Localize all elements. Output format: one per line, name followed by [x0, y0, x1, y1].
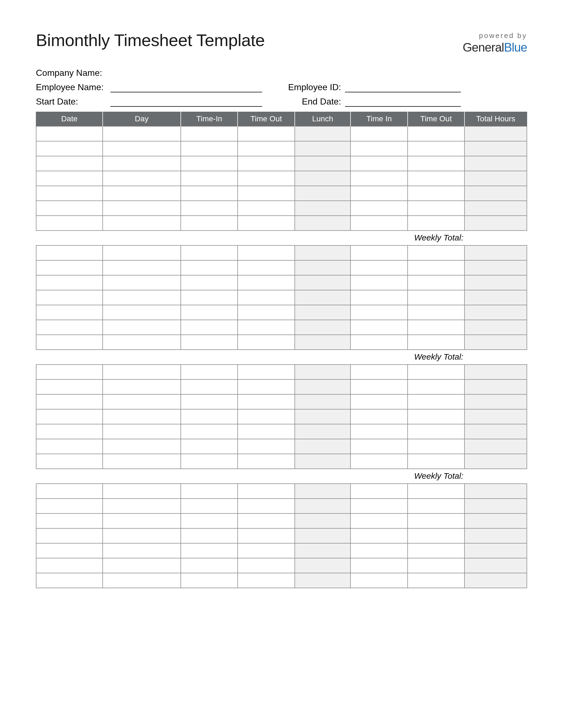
table-cell[interactable] — [351, 558, 407, 573]
table-cell[interactable] — [36, 499, 103, 513]
table-cell[interactable] — [36, 424, 103, 439]
table-cell[interactable] — [103, 379, 181, 394]
table-cell[interactable] — [465, 186, 527, 201]
table-cell[interactable] — [465, 484, 527, 499]
table-cell[interactable] — [351, 126, 407, 141]
table-cell[interactable] — [408, 320, 465, 335]
table-cell[interactable] — [237, 379, 295, 394]
table-cell[interactable] — [103, 335, 181, 350]
table-cell[interactable] — [36, 558, 103, 573]
table-cell[interactable] — [351, 216, 407, 231]
table-cell[interactable] — [103, 260, 181, 275]
table-cell[interactable] — [181, 305, 237, 320]
table-cell[interactable] — [237, 126, 295, 141]
table-cell[interactable] — [295, 424, 351, 439]
employee-name-field[interactable] — [110, 80, 262, 92]
table-cell[interactable] — [237, 528, 295, 543]
table-cell[interactable] — [181, 171, 237, 186]
table-cell[interactable] — [36, 201, 103, 216]
table-cell[interactable] — [237, 201, 295, 216]
table-cell[interactable] — [351, 379, 407, 394]
table-cell[interactable] — [465, 528, 527, 543]
table-cell[interactable] — [36, 275, 103, 290]
table-cell[interactable] — [237, 305, 295, 320]
table-cell[interactable] — [36, 379, 103, 394]
table-cell[interactable] — [237, 558, 295, 573]
table-cell[interactable] — [237, 260, 295, 275]
table-cell[interactable] — [465, 365, 527, 379]
table-cell[interactable] — [465, 573, 527, 588]
table-cell[interactable] — [181, 573, 237, 588]
table-cell[interactable] — [351, 573, 407, 588]
table-cell[interactable] — [181, 528, 237, 543]
table-cell[interactable] — [295, 275, 351, 290]
table-cell[interactable] — [408, 573, 465, 588]
table-cell[interactable] — [465, 424, 527, 439]
table-cell[interactable] — [36, 141, 103, 156]
table-cell[interactable] — [103, 275, 181, 290]
table-cell[interactable] — [237, 365, 295, 379]
table-cell[interactable] — [103, 558, 181, 573]
table-cell[interactable] — [465, 379, 527, 394]
table-cell[interactable] — [408, 513, 465, 528]
table-cell[interactable] — [103, 141, 181, 156]
table-cell[interactable] — [351, 365, 407, 379]
table-cell[interactable] — [36, 216, 103, 231]
table-cell[interactable] — [408, 394, 465, 409]
table-cell[interactable] — [408, 454, 465, 469]
table-cell[interactable] — [465, 513, 527, 528]
table-cell[interactable] — [408, 335, 465, 350]
table-cell[interactable] — [237, 484, 295, 499]
table-cell[interactable] — [295, 335, 351, 350]
table-cell[interactable] — [181, 558, 237, 573]
table-cell[interactable] — [295, 156, 351, 171]
table-cell[interactable] — [295, 454, 351, 469]
table-cell[interactable] — [237, 335, 295, 350]
table-cell[interactable] — [408, 558, 465, 573]
table-cell[interactable] — [36, 513, 103, 528]
table-cell[interactable] — [237, 513, 295, 528]
table-cell[interactable] — [237, 186, 295, 201]
table-cell[interactable] — [465, 290, 527, 305]
table-cell[interactable] — [237, 543, 295, 558]
table-cell[interactable] — [36, 454, 103, 469]
table-cell[interactable] — [237, 439, 295, 454]
table-cell[interactable] — [465, 335, 527, 350]
table-cell[interactable] — [103, 171, 181, 186]
table-cell[interactable] — [465, 454, 527, 469]
table-cell[interactable] — [351, 186, 407, 201]
table-cell[interactable] — [181, 454, 237, 469]
table-cell[interactable] — [351, 499, 407, 513]
table-cell[interactable] — [295, 439, 351, 454]
table-cell[interactable] — [103, 499, 181, 513]
table-cell[interactable] — [103, 216, 181, 231]
table-cell[interactable] — [351, 454, 407, 469]
table-cell[interactable] — [295, 528, 351, 543]
table-cell[interactable] — [408, 484, 465, 499]
table-cell[interactable] — [408, 409, 465, 424]
table-cell[interactable] — [103, 454, 181, 469]
table-cell[interactable] — [103, 424, 181, 439]
table-cell[interactable] — [351, 543, 407, 558]
table-cell[interactable] — [465, 171, 527, 186]
table-cell[interactable] — [181, 439, 237, 454]
table-cell[interactable] — [181, 543, 237, 558]
table-cell[interactable] — [295, 290, 351, 305]
table-cell[interactable] — [103, 513, 181, 528]
table-cell[interactable] — [465, 558, 527, 573]
table-cell[interactable] — [181, 201, 237, 216]
table-cell[interactable] — [103, 305, 181, 320]
table-cell[interactable] — [408, 379, 465, 394]
table-cell[interactable] — [408, 499, 465, 513]
table-cell[interactable] — [36, 573, 103, 588]
table-cell[interactable] — [465, 141, 527, 156]
start-date-field[interactable] — [110, 94, 262, 107]
table-cell[interactable] — [103, 573, 181, 588]
table-cell[interactable] — [295, 305, 351, 320]
table-cell[interactable] — [237, 245, 295, 260]
table-cell[interactable] — [351, 290, 407, 305]
table-cell[interactable] — [181, 424, 237, 439]
table-cell[interactable] — [408, 126, 465, 141]
table-cell[interactable] — [295, 394, 351, 409]
table-cell[interactable] — [295, 499, 351, 513]
